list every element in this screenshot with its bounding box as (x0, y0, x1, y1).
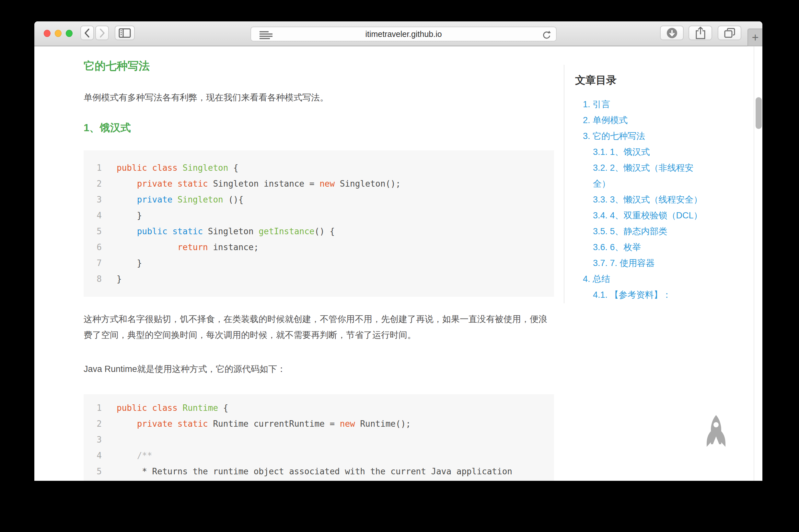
reload-icon[interactable] (543, 31, 551, 41)
code-line: 7 } (83, 255, 554, 271)
toc-sidebar: 文章目录 1. 引言2. 单例模式3. 它的七种写法3.1. 1、饿汉式3.2.… (564, 65, 760, 303)
toc-item: 3.7. 7. 使用容器 (565, 255, 760, 271)
toc-item: 3.3. 3、懒汉式（线程安全） (565, 192, 760, 208)
line-number: 4 (83, 208, 102, 224)
code-text: private Singleton (){ (102, 192, 243, 208)
back-button[interactable] (80, 25, 94, 40)
tabs-overview-icon (723, 27, 736, 39)
code-block-runtime: 1public class Runtime {2 private static … (83, 394, 554, 481)
code-line: 3 (83, 432, 554, 448)
code-text: /** (102, 448, 152, 464)
screenshot-canvas: { "browser": { "url": "itimetraveler.git… (0, 0, 799, 532)
code-line: 5 * Returns the runtime object associate… (83, 464, 554, 479)
toc-link[interactable]: 1. 引言 (583, 99, 610, 109)
line-number: 6 (83, 479, 102, 481)
code-line: 6 * Most of the methods of class <code>R… (83, 479, 554, 481)
toc-title: 文章目录 (575, 73, 760, 88)
article-heading: 它的七种写法 (83, 59, 150, 74)
toc-link[interactable]: 3.6. 6、枚举 (593, 240, 641, 255)
code-line: 6 return instance; (83, 240, 554, 255)
toc-link[interactable]: 2. 单例模式 (583, 115, 628, 125)
toc-link[interactable]: 4. 总结 (583, 274, 610, 284)
toc-item: 3.4. 4、双重校验锁（DCL） (565, 208, 760, 224)
toc-list: 1. 引言2. 单例模式3. 它的七种写法3.1. 1、饿汉式3.2. 2、懒汉… (565, 97, 760, 303)
toc-link[interactable]: 3.5. 5、静态内部类 (593, 224, 667, 240)
toc-link[interactable]: 4.1. 【参考资料】： (593, 287, 671, 303)
scrollbar-thumb[interactable] (756, 97, 762, 129)
line-number: 1 (83, 400, 102, 416)
toc-item: 3.1. 1、饿汉式 (565, 144, 760, 160)
page-content: 它的七种写法 单例模式有多种写法各有利弊，现在我们来看看各种模式写法。 1、饿汉… (34, 46, 762, 481)
chevron-left-icon (83, 28, 91, 38)
toc-item: 4. 总结 (565, 271, 760, 287)
chevron-right-icon (98, 28, 106, 38)
section-heading: 1、饿汉式 (83, 121, 131, 135)
code-text: * Returns the runtime object associated … (102, 464, 512, 479)
reader-view-icon[interactable] (259, 31, 273, 40)
code-line: 4 /** (83, 448, 554, 464)
line-number: 5 (83, 464, 102, 479)
share-icon (695, 26, 706, 40)
toc-item: 3.5. 5、静态内部类 (565, 224, 760, 240)
minimize-window-button[interactable] (55, 30, 61, 37)
code-line: 2 private static Runtime currentRuntime … (83, 416, 554, 432)
scrollbar-track (754, 46, 754, 481)
paragraph-runtime: Java Runtime就是使用这种方式，它的源代码如下： (83, 361, 554, 377)
article-intro: 单例模式有多种写法各有利弊，现在我们来看看各种模式写法。 (83, 92, 328, 103)
browser-window: itimetraveler.github.io (34, 21, 762, 481)
toc-link[interactable]: 3.7. 7. 使用容器 (593, 255, 655, 271)
browser-toolbar: itimetraveler.github.io (34, 21, 762, 46)
show-all-tabs-button[interactable] (718, 25, 741, 40)
new-tab-button[interactable]: + (747, 28, 762, 46)
code-text: public class Singleton { (102, 160, 239, 176)
code-line: 5 public static Singleton getInstance() … (83, 224, 554, 240)
close-window-button[interactable] (44, 30, 51, 37)
code-line: 1public class Singleton { (83, 160, 554, 176)
toc-item: 1. 引言 (565, 97, 760, 112)
toc-item: 3.6. 6、枚举 (565, 240, 760, 255)
toc-item: 3.2. 2、懒汉式（非线程安全） (565, 160, 760, 192)
line-number: 2 (83, 416, 102, 432)
toc-link[interactable]: 3.4. 4、双重校验锁（DCL） (593, 208, 702, 224)
code-text: * Most of the methods of class <code>Run… (102, 479, 467, 481)
code-text: private static Singleton instance = new … (102, 176, 401, 192)
address-bar[interactable]: itimetraveler.github.io (250, 26, 557, 41)
url-text: itimetraveler.github.io (365, 30, 442, 39)
line-number: 8 (83, 271, 102, 287)
code-text: return instance; (102, 240, 259, 255)
share-button[interactable] (688, 25, 712, 40)
code-block-singleton: 1public class Singleton {2 private stati… (83, 150, 554, 297)
code-text (102, 432, 117, 448)
line-number: 3 (83, 192, 102, 208)
toc-item: 2. 单例模式 (565, 112, 760, 128)
code-text: public static Singleton getInstance() { (102, 224, 335, 240)
sidebar-toggle-button[interactable] (115, 25, 135, 40)
code-text: } (102, 271, 122, 287)
code-line: 8} (83, 271, 554, 287)
plus-icon: + (752, 32, 759, 43)
toc-link[interactable]: 3. 它的七种写法 (583, 131, 645, 141)
line-number: 1 (83, 160, 102, 176)
toc-item: 4.1. 【参考资料】： (565, 287, 760, 303)
line-number: 7 (83, 255, 102, 271)
back-to-top-rocket-icon[interactable] (706, 414, 726, 452)
toc-link[interactable]: 3.1. 1、饿汉式 (593, 144, 650, 160)
toc-link[interactable]: 3.2. 2、懒汉式（非线程安全） (593, 160, 709, 192)
paragraph-explanation: 这种方式和名字很贴切，饥不择食，在类装载的时候就创建，不管你用不用，先创建了再说… (83, 311, 554, 343)
line-number: 5 (83, 224, 102, 240)
zoom-window-button[interactable] (66, 30, 73, 37)
line-number: 4 (83, 448, 102, 464)
code-line: 3 private Singleton (){ (83, 192, 554, 208)
downloads-button[interactable] (660, 25, 684, 40)
forward-button[interactable] (95, 25, 109, 40)
code-line: 4 } (83, 208, 554, 224)
code-text: private static Runtime currentRuntime = … (102, 416, 411, 432)
code-text: } (102, 208, 142, 224)
download-icon (666, 27, 678, 39)
code-text: public class Runtime { (102, 400, 228, 416)
toc-link[interactable]: 3.3. 3、懒汉式（线程安全） (593, 192, 702, 208)
code-line: 2 private static Singleton instance = ne… (83, 176, 554, 192)
toc-item: 3. 它的七种写法 (565, 128, 760, 144)
line-number: 3 (83, 432, 102, 448)
code-line: 1public class Runtime { (83, 400, 554, 416)
